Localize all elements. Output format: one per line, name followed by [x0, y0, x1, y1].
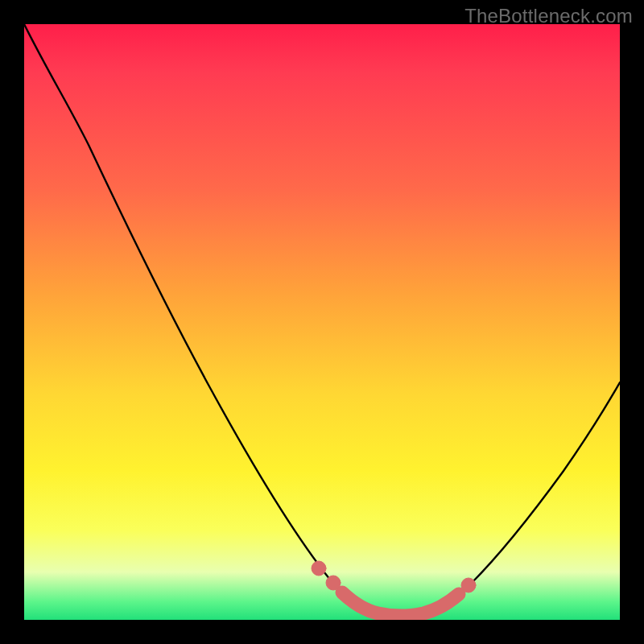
svg-point-1 [326, 576, 341, 590]
chart-svg-overlay [24, 24, 620, 620]
watermark-text: TheBottleneck.com [464, 5, 633, 27]
bottleneck-curve [24, 24, 620, 617]
svg-point-2 [461, 578, 476, 592]
chart-frame: TheBottleneck.com [0, 0, 644, 644]
svg-point-0 [312, 561, 326, 576]
optimum-band [312, 561, 476, 616]
